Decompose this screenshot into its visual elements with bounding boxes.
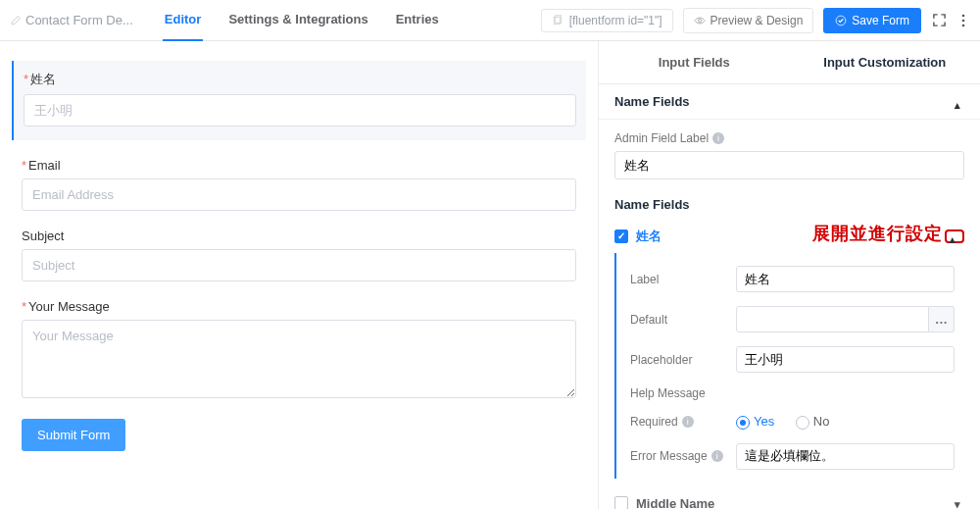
submit-button[interactable]: Submit Form [22,419,125,451]
row-label-input[interactable] [736,266,955,292]
field-message[interactable]: *Your Message [22,299,576,401]
field-subject-input[interactable] [22,249,576,281]
caret-down-icon [955,496,964,506]
subfields-region: Name Fields [599,185,980,212]
check-icon [835,15,847,26]
field-subject-label: Subject [22,229,576,243]
row-placeholder-caption: Placeholder [630,353,726,367]
section-title: Name Fields [614,94,690,109]
row-label-caption: Label [630,273,726,286]
panel-body: Name Fields Admin Field Label i Name Fie… [599,84,980,509]
radio-no-label[interactable]: No [813,414,830,429]
row-required: Requiredi Yes No [620,407,964,436]
edit-icon [10,15,22,26]
eye-icon [694,15,706,26]
row-help: Help Message [620,380,964,407]
radio-yes[interactable] [736,416,750,430]
checkbox-unchecked-icon[interactable] [614,496,628,509]
preview-button[interactable]: Preview & Design [683,8,814,33]
radio-no[interactable] [796,416,809,430]
toggle-collapse[interactable] [945,229,964,243]
field-name[interactable]: *姓名 [22,61,576,140]
kebab-icon [961,14,965,27]
svg-point-4 [962,14,965,17]
field-subject[interactable]: Subject [22,229,576,281]
subfield-body: Label Default … Placeholder Help Message [614,253,964,479]
field-email-label: *Email [22,158,576,173]
fullscreen-icon [932,13,947,27]
form-name[interactable]: Contact Form De... [10,13,133,27]
info-icon[interactable]: i [712,132,724,144]
side-tab-input-fields[interactable]: Input Fields [599,41,790,83]
default-picker-button[interactable]: … [929,306,955,332]
shortcode-box[interactable]: [fluentform id="1"] [541,9,673,32]
nav-tabs: Editor Settings & Integrations Entries [163,0,441,41]
row-error-input[interactable] [736,443,955,470]
side-tab-customization[interactable]: Input Customization [790,41,981,83]
svg-point-2 [698,19,701,22]
chevron-up-icon [955,97,964,107]
form-canvas: *姓名 *Email Subject *Your Message Submit … [0,41,598,509]
caret-up-icon [950,231,959,241]
tab-settings[interactable]: Settings & Integrations [226,0,369,41]
topbar: Contact Form De... Editor Settings & Int… [0,0,980,41]
form-card: *姓名 *Email Subject *Your Message Submit … [16,61,582,451]
row-error: Error Messagei [620,436,964,477]
row-default-caption: Default [630,313,726,327]
workspace: *姓名 *Email Subject *Your Message Submit … [0,41,980,509]
field-message-input[interactable] [22,320,576,398]
save-label: Save Form [852,14,909,27]
section-body: Admin Field Label i [599,120,980,185]
topbar-left: Contact Form De... Editor Settings & Int… [10,0,441,41]
row-default-input[interactable] [736,306,929,332]
topbar-right: [fluentform id="1"] Preview & Design Sav… [541,8,970,33]
fullscreen-button[interactable] [931,13,947,28]
admin-label-input[interactable] [614,151,964,179]
row-error-caption: Error Messagei [630,449,726,463]
field-email-input[interactable] [22,178,576,211]
annotation-text: 展開並進行設定 [812,222,943,245]
row-label: Label [620,259,964,299]
side-panel: Input Fields Input Customization Name Fi… [598,41,980,509]
row-default: Default … [620,299,964,339]
tab-editor[interactable]: Editor [163,0,204,41]
info-icon[interactable]: i [711,450,723,462]
field-name-label: *姓名 [24,71,576,88]
shortcode-text: [fluentform id="1"] [569,14,662,27]
admin-label-caption: Admin Field Label i [614,131,964,145]
svg-point-6 [962,24,965,26]
subfield-middle-name[interactable]: Middle Name [599,488,980,509]
row-placeholder: Placeholder [620,339,964,380]
form-name-text: Contact Form De... [25,13,133,27]
toggle-expand[interactable] [955,496,964,509]
save-button[interactable]: Save Form [823,8,921,33]
subfield-label: Middle Name [636,496,714,509]
tab-entries[interactable]: Entries [394,0,441,41]
more-button[interactable] [956,14,970,27]
subfield-first-name[interactable]: ✓ 姓名 展開並進行設定 [599,220,980,253]
subfield-label: 姓名 [636,228,662,245]
radio-yes-label[interactable]: Yes [754,414,774,429]
info-icon[interactable]: i [682,416,694,428]
copy-icon [552,15,564,26]
svg-point-5 [962,19,965,22]
field-name-input[interactable] [24,94,576,127]
side-tabs: Input Fields Input Customization [599,41,980,84]
row-placeholder-input[interactable] [736,346,955,373]
row-required-caption: Requiredi [630,415,726,429]
section-name-fields[interactable]: Name Fields [599,84,980,120]
row-help-caption: Help Message [630,386,726,400]
subfields-title: Name Fields [614,197,964,212]
field-email[interactable]: *Email [22,158,576,211]
preview-label: Preview & Design [710,14,804,27]
subfields: ✓ 姓名 展開並進行設定 Label Default … Place [599,220,980,509]
field-message-label: *Your Message [22,299,576,314]
checkbox-checked-icon[interactable]: ✓ [614,229,628,243]
